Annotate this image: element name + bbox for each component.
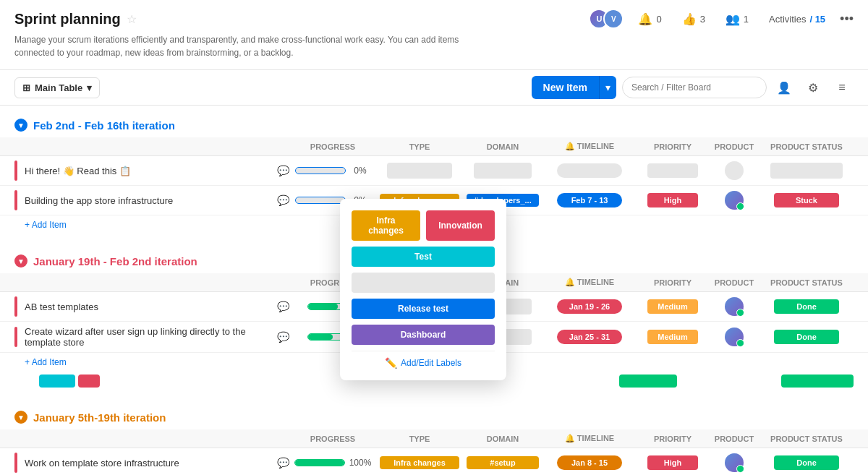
timeline-cell: Jan 25 - 31 bbox=[542, 330, 637, 344]
domain-cell: #setup bbox=[463, 456, 542, 469]
add-item-label: + Add Item bbox=[25, 357, 67, 367]
domain-cell bbox=[463, 163, 542, 179]
priority-badge: Medium bbox=[647, 330, 698, 344]
col-header-timeline: 🔔 Timeline bbox=[542, 142, 637, 151]
row-title: AB test templates bbox=[25, 301, 273, 312]
user-icon[interactable]: 👤 bbox=[773, 76, 796, 99]
new-item-dropdown-button[interactable]: ▾ bbox=[599, 76, 616, 99]
toolbar: ⊞ Main Table ▾ New Item ▾ 👤 ⚙ ≡ bbox=[0, 69, 868, 106]
iteration-3-header: ▼ January 5th-19th iteration bbox=[0, 405, 868, 429]
row-title-wrap: AB test templates 💬 bbox=[25, 301, 289, 312]
iteration-2-title: January 19th - Feb 2nd iteration bbox=[33, 255, 197, 268]
row-title: Create wizard after user sign up linking… bbox=[25, 326, 273, 348]
type-cell[interactable]: Infra changes bbox=[376, 456, 463, 469]
search-input[interactable] bbox=[622, 77, 767, 98]
filter-icon[interactable]: ≡ bbox=[830, 76, 854, 99]
status-badge: Stuck bbox=[774, 193, 839, 207]
progress-pct: 100% bbox=[349, 458, 372, 468]
iteration-2-dot: ▼ bbox=[14, 254, 27, 268]
col-header-domain: Domain bbox=[463, 435, 542, 443]
type-label-dropdown: Infra changes Innovation Test Release te… bbox=[340, 199, 506, 380]
more-options-button[interactable]: ••• bbox=[840, 12, 854, 27]
label-innovation-button[interactable]: Innovation bbox=[426, 210, 495, 241]
guests-icon: 👥 bbox=[726, 12, 740, 26]
add-edit-labels-button[interactable]: ✏️ Add/Edit Labels bbox=[352, 351, 495, 369]
priority-cell: High bbox=[637, 455, 709, 470]
view-toggle-button[interactable]: ⊞ Main Table ▾ bbox=[14, 77, 100, 98]
notifications-count: 0 bbox=[656, 14, 661, 25]
notifications-badge[interactable]: 🔔 0 bbox=[632, 9, 667, 29]
timeline-badge: Jan 19 - 26 bbox=[557, 299, 622, 314]
label-release-button[interactable]: Release test bbox=[352, 299, 495, 319]
progress-cell: 0% bbox=[289, 166, 376, 176]
progress-bar bbox=[294, 459, 345, 466]
updates-icon: 👍 bbox=[682, 12, 697, 26]
toolbar-right: New Item ▾ 👤 ⚙ ≡ bbox=[532, 76, 854, 99]
product-cell bbox=[709, 328, 760, 346]
col-header-status: Product Status bbox=[760, 435, 854, 443]
label-infra-button[interactable]: Infra changes bbox=[352, 210, 420, 241]
settings-icon[interactable]: ⚙ bbox=[801, 76, 825, 99]
timeline-badge: Jan 25 - 31 bbox=[557, 330, 622, 344]
new-item-button-group: New Item ▾ bbox=[532, 76, 616, 99]
row-title: Building the app store infrastructure bbox=[25, 195, 273, 206]
table-header-3: Progress Type Domain 🔔 Timeline Priority… bbox=[0, 429, 868, 448]
row-title-wrap: Work on template store infrastructure 💬 bbox=[25, 457, 289, 468]
comment-icon[interactable]: 💬 bbox=[277, 194, 289, 206]
view-label: Main Table bbox=[35, 82, 82, 93]
activities-badge[interactable]: Activities / 15 bbox=[763, 11, 831, 27]
comment-icon[interactable]: 💬 bbox=[277, 301, 289, 312]
status-badge: Done bbox=[774, 330, 839, 344]
iteration-1-dot: ▼ bbox=[14, 119, 27, 132]
timeline-cell bbox=[542, 163, 637, 178]
progress-bar bbox=[295, 167, 346, 174]
app-subtitle: Manage your scrum iterations efficiently… bbox=[0, 32, 506, 69]
product-cell bbox=[709, 297, 760, 316]
col-header-type: Type bbox=[376, 435, 463, 443]
star-icon[interactable]: ☆ bbox=[127, 12, 137, 26]
status-cell: Stuck bbox=[760, 193, 854, 207]
type-badge: Infra changes bbox=[380, 456, 459, 469]
iteration-3-dot: ▼ bbox=[14, 411, 27, 424]
col-header-timeline: 🔔 Timeline bbox=[542, 278, 637, 287]
label-dashboard-button[interactable]: Dashboard bbox=[352, 325, 495, 345]
timeline-cell: Jan 19 - 26 bbox=[542, 299, 637, 314]
comment-icon[interactable]: 💬 bbox=[277, 457, 289, 468]
row-title: Hi there! 👋 Read this 📋 bbox=[25, 166, 273, 176]
label-grid: Infra changes Innovation Test Release te… bbox=[352, 210, 495, 345]
col-header-progress: Progress bbox=[289, 142, 376, 151]
status-badge: Done bbox=[774, 455, 839, 470]
status-cell: Done bbox=[760, 455, 854, 470]
priority-badge: High bbox=[647, 455, 698, 470]
comment-icon[interactable]: 💬 bbox=[277, 165, 289, 176]
comment-icon[interactable]: 💬 bbox=[277, 331, 289, 343]
col-header-priority: Priority bbox=[637, 278, 709, 287]
chevron-down-icon: ▾ bbox=[87, 82, 92, 93]
notification-icon: 🔔 bbox=[638, 12, 652, 26]
priority-cell bbox=[637, 163, 709, 178]
timeline-badge: Jan 8 - 15 bbox=[557, 455, 622, 470]
product-cell bbox=[709, 453, 760, 472]
updates-badge[interactable]: 👍 3 bbox=[676, 9, 711, 29]
progress-cell: 100% bbox=[289, 458, 376, 468]
guests-count: 1 bbox=[744, 14, 749, 25]
avatar-secondary: V bbox=[603, 9, 624, 29]
status-cell bbox=[760, 163, 854, 179]
updates-count: 3 bbox=[700, 14, 705, 25]
guests-badge[interactable]: 👥 1 bbox=[720, 9, 754, 29]
col-header-product: Product bbox=[709, 278, 760, 287]
col-header-priority: Priority bbox=[637, 142, 709, 151]
add-labels-text: Add/Edit Labels bbox=[401, 358, 461, 368]
user-avatar-group: U V bbox=[589, 9, 624, 29]
label-test-button[interactable]: Test bbox=[352, 247, 495, 267]
product-cell bbox=[709, 161, 760, 180]
label-empty-slot bbox=[352, 273, 495, 293]
timeline-cell: Feb 7 - 13 bbox=[542, 193, 637, 207]
row-title-wrap: Hi there! 👋 Read this 📋 💬 bbox=[25, 165, 289, 176]
product-cell bbox=[709, 191, 760, 210]
row-title-wrap: Create wizard after user sign up linking… bbox=[25, 326, 289, 348]
new-item-button[interactable]: New Item bbox=[532, 76, 599, 99]
product-avatar bbox=[725, 453, 744, 472]
col-header-priority: Priority bbox=[637, 435, 709, 443]
activities-count: / 15 bbox=[809, 14, 825, 25]
